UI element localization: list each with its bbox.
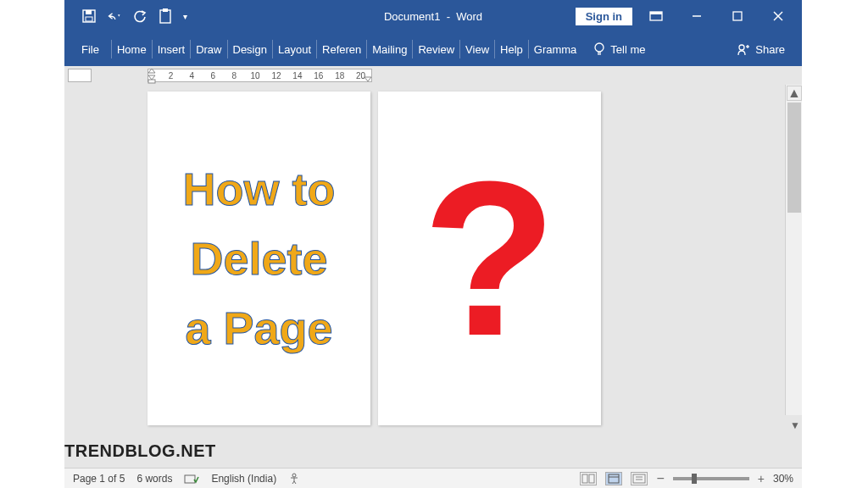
paste-icon[interactable] [158, 8, 173, 24]
page1-line2[interactable]: Delete [190, 236, 327, 281]
share-label: Share [755, 43, 785, 56]
window-title: Document1 - Word [384, 10, 482, 23]
svg-rect-3 [160, 10, 170, 23]
spellcheck-icon[interactable] [184, 473, 199, 485]
tell-me-label: Tell me [610, 43, 645, 56]
tab-references[interactable]: Referen [316, 40, 366, 58]
tell-me[interactable]: Tell me [587, 42, 652, 56]
tab-layout[interactable]: Layout [272, 40, 316, 58]
tab-home[interactable]: Home [111, 40, 152, 58]
page1-line3[interactable]: a Page [185, 305, 332, 351]
indent-marker-icon[interactable] [147, 67, 157, 84]
tab-design[interactable]: Design [227, 40, 272, 58]
tab-help[interactable]: Help [494, 40, 528, 58]
watermark: TRENDBLOG.NET [64, 441, 216, 461]
ribbon-tabs: File Home Insert Draw Design Layout Refe… [64, 32, 802, 66]
ruler-tick: 6 [203, 71, 224, 80]
maximize-icon[interactable] [721, 3, 754, 29]
svg-rect-2 [86, 17, 92, 21]
svg-rect-18 [185, 475, 195, 483]
tab-mailings[interactable]: Mailing [366, 40, 412, 58]
word-window: ▾ Document1 - Word Sign in File Home [64, 0, 802, 488]
svg-rect-4 [163, 8, 168, 12]
vertical-scrollbar[interactable]: ▲ [785, 85, 802, 415]
ruler-tick: 4 [181, 71, 203, 80]
titlebar-right: Sign in [576, 3, 802, 29]
close-icon[interactable] [761, 3, 795, 29]
tab-view[interactable]: View [459, 40, 494, 58]
signin-button[interactable]: Sign in [576, 8, 632, 25]
tab-file[interactable]: File [70, 40, 111, 58]
qat-dropdown-icon[interactable]: ▾ [183, 12, 187, 21]
scroll-thumb[interactable] [787, 103, 801, 213]
quick-access-toolbar: ▾ [64, 8, 187, 24]
tab-grammar[interactable]: Gramma [528, 40, 582, 58]
zoom-slider-thumb[interactable] [692, 474, 697, 484]
question-mark-graphic[interactable]: ? [422, 165, 557, 352]
share-button[interactable]: Share [737, 42, 797, 56]
language-status[interactable]: English (India) [211, 473, 276, 485]
scroll-down-icon[interactable]: ▼ [790, 419, 800, 431]
tab-draw[interactable]: Draw [190, 40, 226, 58]
ruler-tick: 2 [160, 71, 181, 80]
statusbar: Page 1 of 5 6 words English (India) − + … [64, 468, 802, 488]
svg-rect-8 [733, 12, 742, 20]
ruler-corner[interactable] [68, 69, 92, 82]
svg-rect-22 [609, 474, 619, 483]
zoom-in-icon[interactable]: + [758, 472, 765, 485]
svg-point-19 [292, 474, 296, 477]
document-area[interactable]: How to Delete a Page ? [64, 85, 802, 488]
zoom-level[interactable]: 30% [773, 473, 793, 485]
redo-icon[interactable] [132, 8, 147, 24]
ruler-tick: 18 [329, 71, 350, 80]
read-mode-icon[interactable] [580, 472, 597, 485]
statusbar-right: − + 30% [580, 471, 793, 486]
print-layout-icon[interactable] [605, 472, 622, 485]
ruler-tick: 10 [245, 71, 266, 80]
ruler-tick: 8 [224, 71, 245, 80]
tab-review[interactable]: Review [412, 40, 459, 58]
page1-line1[interactable]: How to [183, 166, 336, 212]
ruler-tick: 12 [266, 71, 287, 80]
svg-point-14 [739, 45, 744, 50]
tab-insert[interactable]: Insert [152, 40, 191, 58]
app-name: Word [456, 10, 482, 23]
lightbulb-icon [593, 42, 605, 56]
svg-rect-1 [86, 10, 92, 14]
word-count[interactable]: 6 words [136, 473, 172, 485]
undo-icon[interactable] [107, 8, 122, 24]
horizontal-ruler[interactable]: 2 4 6 8 10 12 14 16 18 20 [147, 69, 372, 82]
page-1[interactable]: How to Delete a Page [147, 92, 370, 425]
svg-rect-24 [633, 474, 645, 483]
ruler-area: 2 4 6 8 10 12 14 16 18 20 [64, 66, 802, 85]
save-icon[interactable] [81, 8, 97, 24]
page-count[interactable]: Page 1 of 5 [73, 473, 125, 485]
ruler-tick: 14 [287, 71, 308, 80]
share-icon [737, 42, 750, 56]
zoom-out-icon[interactable]: − [656, 471, 664, 486]
svg-rect-17 [148, 80, 155, 83]
titlebar: ▾ Document1 - Word Sign in [64, 0, 802, 32]
accessibility-icon[interactable] [288, 473, 300, 485]
svg-rect-6 [650, 12, 662, 14]
zoom-slider[interactable] [673, 477, 749, 480]
web-layout-icon[interactable] [631, 472, 648, 485]
svg-point-11 [595, 43, 604, 52]
ribbon-display-icon[interactable] [639, 3, 673, 29]
svg-rect-20 [582, 474, 587, 483]
ruler-tick: 16 [308, 71, 329, 80]
minimize-icon[interactable] [680, 3, 714, 29]
svg-rect-21 [589, 474, 594, 483]
page-2[interactable]: ? [378, 92, 601, 425]
scroll-up-icon[interactable]: ▲ [787, 86, 802, 101]
doc-name: Document1 [384, 10, 440, 23]
